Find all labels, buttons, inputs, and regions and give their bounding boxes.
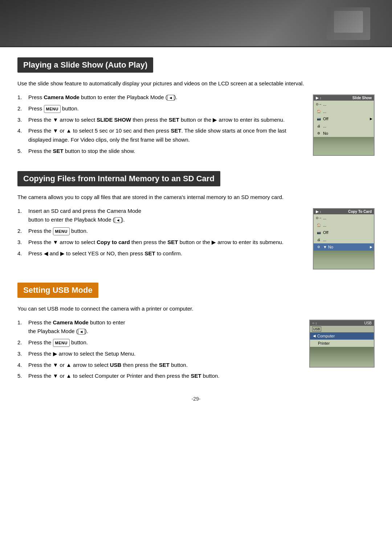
lcd-row-3: 📷 Off ▶: [314, 115, 374, 122]
section-copy-files: Copying Files from Internal Memory to an…: [17, 171, 375, 270]
copy-step-2: 2. Press the MENU button.: [17, 227, 302, 236]
copy-step-3: 3. Press the ▼ arrow to select Copy to c…: [17, 238, 302, 247]
usb-step-5: 5. Press the ▼ or ▲ to select Computer o…: [17, 372, 298, 381]
lcd-copy-header-title: Copy To Card: [348, 210, 372, 214]
section-slide-show-title: Playing a Slide Show (Auto Play): [17, 57, 153, 73]
copy-step-4: 4. Press ◀ and ▶ to select YES or NO, th…: [17, 249, 302, 258]
slide-show-lcd: ▶ ↕ Slide Show ⊙→ ... 🏠 ... 📷 Off ▶: [313, 93, 375, 156]
section-copy-intro: The camera allows you to copy all files …: [17, 193, 375, 202]
section-usb-intro: You can set USB mode to connect the came…: [17, 304, 375, 313]
lcd-copy-header-icons: ▶ ↕: [316, 210, 321, 214]
lcd-usb-header-title: USB: [364, 321, 372, 325]
lcd-row-1: ⊙→ ...: [314, 101, 374, 108]
lcd-usb-header-icons: ○ ↕: [312, 321, 317, 325]
copy-lcd: ▶ ↕ Copy To Card ⊙→ ... 🏠 ... 📷 Off: [313, 207, 375, 270]
usb-step-3: 3. Press the ▶ arrow to select the Setup…: [17, 349, 298, 358]
lcd-row-5: ⚙ No: [314, 130, 374, 137]
lcd-row-4: 🖨 ...: [314, 122, 374, 130]
lcd-copy-row-4: 🖨 ...: [314, 236, 374, 243]
usb-lcd: ○ ↕ USB USB ◀ Computer Printer: [309, 318, 375, 368]
lcd-usb-preview: [310, 347, 374, 367]
slide-show-step-3: 3. Press the ▼ arrow to select SLIDE SHO…: [17, 116, 302, 125]
lcd-header-title: Slide Show: [352, 96, 372, 100]
lcd-usb-computer: ◀ Computer: [310, 332, 374, 340]
usb-step-1: 1. Press the Camera Mode button to enter…: [17, 318, 298, 336]
section-copy-title: Copying Files from Internal Memory to an…: [17, 171, 220, 186]
section-usb-mode: Setting USB Mode You can set USB mode to…: [17, 283, 375, 383]
menu-button-icon: MENU: [44, 105, 61, 113]
page-content: Playing a Slide Show (Auto Play) Use the…: [0, 47, 392, 424]
lcd-header-icons: ▶ ↕: [316, 96, 321, 100]
lcd-row-2: 🏠 ...: [314, 108, 374, 115]
slide-show-step-2: 2. Press MENU button.: [17, 104, 302, 113]
header-image: [0, 0, 392, 47]
slide-show-steps: 1. Press Camera Mode button to enter the…: [17, 93, 302, 158]
page-number: -29-: [17, 396, 375, 402]
section-slide-show-intro: Use the slide show feature to automatica…: [17, 79, 375, 88]
menu-button-icon-2: MENU: [53, 227, 70, 235]
copy-step-1: 1. Insert an SD card and press the Camer…: [17, 207, 302, 225]
lcd-usb-icon-row: USB: [310, 326, 374, 332]
section-usb-title: Setting USB Mode: [17, 283, 98, 298]
lcd-copy-preview: [314, 251, 374, 269]
lcd-copy-row-5: ⚙ ▼ No ▶: [314, 243, 374, 251]
usb-step-4: 4. Press the ▼ or ▲ arrow to select USB …: [17, 361, 298, 370]
section-slide-show: Playing a Slide Show (Auto Play) Use the…: [17, 57, 375, 158]
usb-steps: 1. Press the Camera Mode button to enter…: [17, 318, 298, 383]
lcd-copy-row-2: 🏠 ...: [314, 222, 374, 229]
lcd-copy-row-3: 📷 Off: [314, 229, 374, 236]
copy-steps: 1. Insert an SD card and press the Camer…: [17, 207, 302, 260]
menu-button-icon-3: MENU: [53, 339, 70, 347]
lcd-copy-row-1: ⊙→ ...: [314, 214, 374, 222]
lcd-preview-image: [314, 137, 374, 155]
slide-show-step-5: 5. Press the SET button to stop the slid…: [17, 147, 302, 156]
usb-step-2: 2. Press the MENU button.: [17, 338, 298, 347]
slide-show-step-4: 4. Press the ▼ or ▲ to select 5 sec or 1…: [17, 126, 302, 145]
lcd-usb-printer: Printer: [310, 340, 374, 347]
slide-show-step-1: 1. Press Camera Mode button to enter the…: [17, 93, 302, 102]
